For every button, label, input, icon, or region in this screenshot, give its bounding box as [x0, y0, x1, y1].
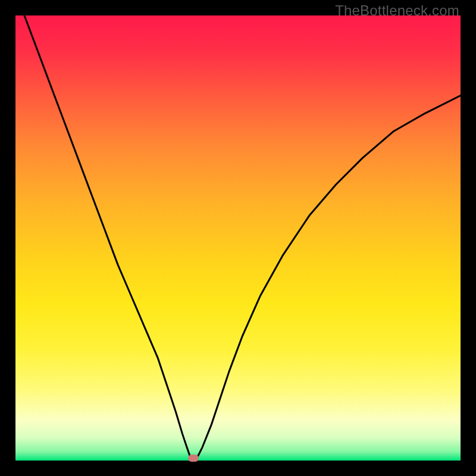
- bottleneck-curve: [15, 15, 461, 461]
- current-point-marker: [188, 455, 199, 462]
- plot-area: [15, 15, 461, 461]
- chart-frame: TheBottleneck.com: [0, 0, 476, 476]
